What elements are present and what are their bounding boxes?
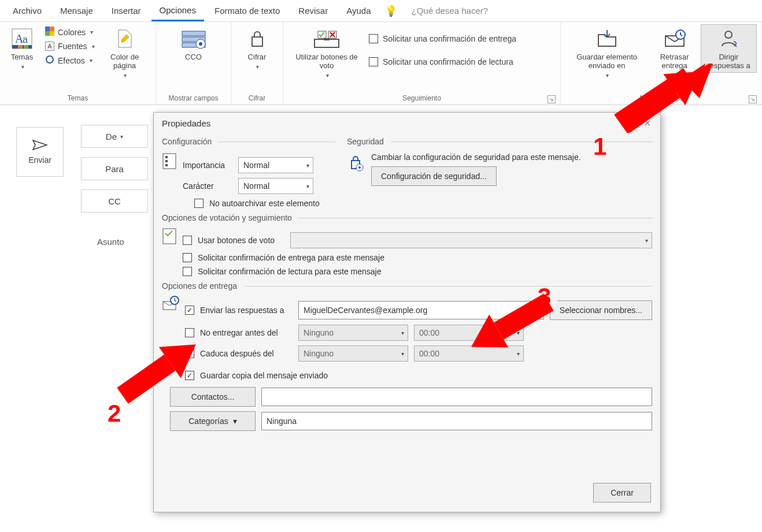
chevron-down-icon: ▾ (517, 330, 520, 336)
svg-text:a: a (23, 35, 28, 44)
checkbox-icon (369, 57, 378, 66)
cco-button[interactable]: CCO (176, 24, 211, 64)
conf-lectura-msg-label: Solicitar confirmación de lectura para e… (198, 267, 382, 276)
cerrar-button[interactable]: Cerrar (593, 483, 651, 503)
votacion-header: Opciones de votación y seguimiento (162, 213, 295, 222)
effects-icon (45, 55, 54, 66)
caracter-select[interactable]: Normal▾ (238, 178, 313, 194)
svg-point-10 (46, 56, 53, 63)
de-button[interactable]: De ▾ (81, 125, 148, 148)
group-label-mostrar-campos: Mostrar campos (161, 93, 226, 105)
direct-replies-icon (717, 27, 739, 50)
conf-entrega-check[interactable]: Solicitar una confirmación de entrega (369, 32, 516, 45)
save-to-folder-icon (596, 27, 618, 50)
caracter-label: Carácter (183, 181, 232, 191)
svg-rect-5 (24, 45, 28, 49)
guardar-copia-check[interactable] (185, 371, 194, 380)
no-antes-time[interactable]: 00:00▾ (414, 325, 524, 341)
chevron-down-icon: ▾ (90, 57, 93, 64)
chevron-down-icon: ▾ (606, 72, 609, 79)
group-label-temas: Temas (5, 93, 151, 105)
chevron-down-icon: ▾ (306, 162, 309, 169)
no-autoarchive-label: No autoarchivar este elemento (209, 199, 320, 208)
conf-entrega-msg-label: Solicitar confirmación de entrega para e… (198, 253, 384, 262)
tab-formato-texto[interactable]: Formato de texto (206, 1, 288, 20)
svg-rect-7 (50, 27, 54, 31)
importancia-select[interactable]: Normal▾ (238, 157, 313, 173)
tab-ayuda[interactable]: Ayuda (338, 1, 379, 20)
tab-opciones[interactable]: Opciones (151, 1, 204, 21)
categorias-button[interactable]: Categorías▾ (170, 411, 256, 431)
dialog-launcher-icon[interactable]: ↘ (749, 95, 757, 103)
cifrar-button[interactable]: Cifrar▾ (240, 24, 275, 73)
tab-revisar[interactable]: Revisar (290, 1, 336, 20)
no-antes-check[interactable] (185, 328, 194, 337)
tab-insertar[interactable]: Insertar (103, 1, 149, 20)
chevron-down-icon: ▾ (645, 237, 648, 244)
asunto-label: Asunto (97, 237, 124, 247)
seleccionar-nombres-button[interactable]: Seleccionar nombres... (550, 300, 652, 320)
conf-lectura-check[interactable]: Solicitar una confirmación de lectura (369, 55, 516, 68)
properties-icon (162, 152, 177, 194)
svg-point-15 (199, 42, 202, 46)
themes-icon: Aa (11, 27, 33, 50)
close-icon[interactable]: ✕ (638, 116, 656, 130)
para-button[interactable]: Para (81, 157, 148, 180)
dirigir-respuestas-button[interactable]: Dirigir respuestas a (701, 24, 757, 73)
propiedades-dialog: Propiedades ✕ Configuración Importancia … (153, 112, 661, 512)
chevron-down-icon: ▾ (256, 64, 259, 70)
cc-button[interactable]: CC (81, 189, 148, 213)
dialog-launcher-icon[interactable]: ↘ (548, 95, 556, 103)
contactos-button[interactable]: Contactos... (170, 387, 256, 407)
temas-button[interactable]: Aa Temas ▾ (5, 24, 39, 73)
svg-point-28 (358, 166, 361, 169)
efectos-button[interactable]: Efectos▾ (43, 54, 97, 67)
tab-mensaje[interactable]: Mensaje (52, 1, 101, 20)
categorias-input[interactable]: Ninguna (261, 412, 652, 430)
enviar-respuestas-check[interactable] (185, 306, 194, 315)
svg-rect-24 (165, 160, 168, 162)
caduca-time[interactable]: 00:00▾ (414, 345, 524, 362)
importancia-label: Importancia (183, 161, 232, 170)
group-label-seguimiento: Seguimiento↘ (288, 93, 556, 105)
usar-voto-label: Usar botones de voto (198, 236, 284, 245)
svg-rect-6 (45, 27, 50, 31)
lock-icon (249, 27, 266, 50)
fuentes-button[interactable]: A Fuentes▾ (43, 40, 97, 52)
colores-button[interactable]: Colores▾ (43, 25, 97, 39)
svg-rect-29 (163, 229, 176, 244)
enviar-button[interactable]: Enviar (16, 127, 64, 177)
no-autoarchive-check[interactable] (194, 199, 204, 208)
config-seguridad-button[interactable]: Configuración de seguridad... (371, 166, 497, 186)
seguridad-text: Cambiar la configuración de seguridad pa… (371, 152, 652, 162)
chevron-down-icon: ▾ (306, 183, 309, 189)
conf-lectura-msg-check[interactable] (183, 267, 192, 276)
chevron-down-icon: ▾ (92, 43, 95, 50)
caduca-date[interactable]: Ninguno▾ (298, 345, 408, 362)
conf-entrega-msg-check[interactable] (183, 253, 192, 262)
voto-combo[interactable]: ▾ (290, 232, 652, 248)
voto-button[interactable]: Utilizar botones de voto▾ (288, 24, 365, 81)
delay-delivery-icon (663, 27, 686, 50)
tell-me-input[interactable]: ¿Qué desea hacer? (403, 1, 496, 20)
chevron-down-icon: ▾ (326, 72, 329, 79)
color-pagina-button[interactable]: Color de página▾ (101, 24, 149, 81)
contactos-input[interactable] (261, 388, 652, 406)
usar-voto-check[interactable] (183, 236, 192, 245)
no-antes-date[interactable]: Ninguno▾ (298, 325, 408, 341)
svg-rect-22 (163, 154, 176, 169)
guardar-enviado-button[interactable]: Guardar elemento enviado en▾ (565, 24, 648, 81)
retrasar-entrega-button[interactable]: Retrasar entrega (652, 24, 697, 73)
tab-archivo[interactable]: Archivo (5, 1, 50, 20)
entrega-header: Opciones de entrega (162, 281, 241, 291)
lightbulb-icon: 💡 (381, 5, 401, 17)
fonts-icon: A (45, 42, 54, 51)
svg-rect-17 (315, 39, 339, 47)
page-color-icon (115, 27, 135, 50)
chevron-down-icon: ▾ (401, 351, 404, 357)
enviar-respuestas-input[interactable]: MiguelDeCervantes@example.org (298, 301, 544, 319)
checkbox-icon (369, 34, 378, 43)
seguridad-header: Seguridad (347, 137, 387, 146)
chevron-down-icon: ▾ (124, 72, 127, 79)
caduca-check[interactable] (185, 349, 194, 358)
